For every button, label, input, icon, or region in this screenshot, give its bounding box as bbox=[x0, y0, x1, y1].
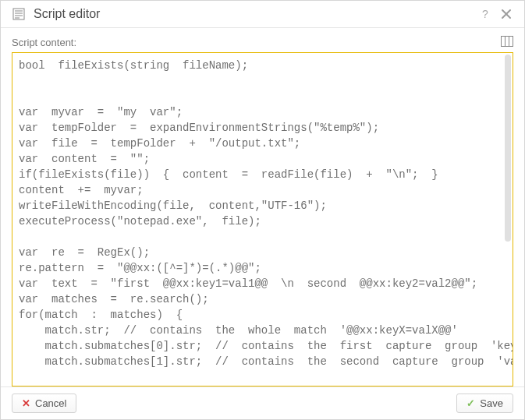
dialog-header: Script editor ? bbox=[1, 1, 524, 28]
x-icon: ✕ bbox=[22, 397, 30, 409]
column-view-icon[interactable] bbox=[501, 36, 513, 49]
save-button[interactable]: ✓ Save bbox=[456, 394, 513, 413]
field-row: Script content: bbox=[12, 36, 513, 49]
svg-rect-7 bbox=[502, 37, 513, 47]
check-icon: ✓ bbox=[466, 397, 475, 409]
editor-text: bool fileExists(string fileName); var my… bbox=[19, 59, 513, 368]
save-button-label: Save bbox=[480, 397, 503, 409]
dialog-title: Script editor bbox=[34, 7, 471, 21]
dialog-footer: ✕ Cancel ✓ Save bbox=[1, 386, 524, 419]
help-icon[interactable]: ? bbox=[479, 8, 491, 20]
script-editor-dialog: Script editor ? Script content: bool fil… bbox=[0, 0, 525, 420]
script-content-editor[interactable]: bool fileExists(string fileName); var my… bbox=[12, 52, 513, 386]
script-content-label: Script content: bbox=[12, 37, 76, 48]
close-icon[interactable] bbox=[499, 7, 513, 21]
document-icon bbox=[12, 7, 26, 21]
dialog-body: Script content: bool fileExists(string f… bbox=[1, 28, 524, 386]
cancel-button-label: Cancel bbox=[35, 397, 66, 409]
scrollbar-thumb[interactable] bbox=[505, 55, 511, 242]
cancel-button[interactable]: ✕ Cancel bbox=[12, 394, 76, 413]
